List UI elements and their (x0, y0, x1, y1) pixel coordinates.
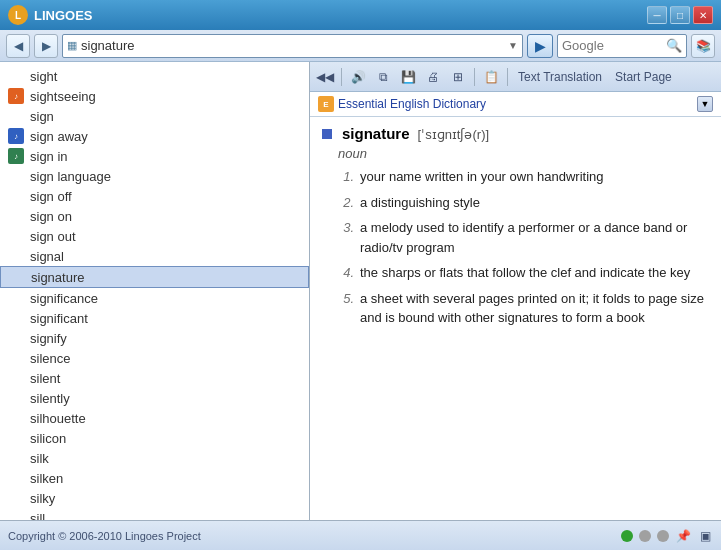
icon-placeholder (8, 470, 24, 486)
word-text: signal (30, 249, 64, 264)
clipboard-button[interactable]: 📋 (480, 66, 502, 88)
word-text: sign away (30, 129, 88, 144)
right-panel: ◀◀ 🔊 ⧉ 💾 🖨 ⊞ 📋 Text Translation Start Pa… (310, 62, 721, 520)
search-dropdown-arrow[interactable]: ▼ (508, 40, 518, 51)
word-list-item[interactable]: sill (0, 508, 309, 520)
minimize-button[interactable]: ─ (647, 6, 667, 24)
word-icon: ♪ (8, 88, 24, 104)
title-bar: L LINGOES ─ □ ✕ (0, 0, 721, 30)
pin-icon: 📌 (675, 528, 691, 544)
forward-button[interactable]: ▶ (34, 34, 58, 58)
word-list-item[interactable]: silent (0, 368, 309, 388)
word-list-item[interactable]: sign off (0, 186, 309, 206)
word-list-item[interactable]: significance (0, 288, 309, 308)
status-icons: 📌 ▣ (621, 528, 713, 544)
word-text: signature (31, 270, 84, 285)
word-text: sign on (30, 209, 72, 224)
part-of-speech: noun (338, 146, 709, 161)
definition-number: 3. (338, 218, 354, 238)
definition-text: your name written in your own handwritin… (360, 167, 604, 187)
google-search-button[interactable]: 🔍 (666, 38, 682, 53)
word-list-item[interactable]: silicon (0, 428, 309, 448)
word-text: sill (30, 511, 45, 521)
left-panel: sight♪sightseeingsign♪sign away♪sign ins… (0, 62, 310, 520)
search-bar: ▦ ▼ (62, 34, 523, 58)
back-button[interactable]: ◀ (6, 34, 30, 58)
definition-list: 1.your name written in your own handwrit… (338, 167, 709, 328)
icon-placeholder (8, 208, 24, 224)
search-bar-icon: ▦ (67, 39, 77, 52)
definition-item: 5.a sheet with several pages printed on … (338, 289, 709, 328)
definition-text: a melody used to identify a performer or… (360, 218, 709, 257)
word-list-item[interactable]: signal (0, 246, 309, 266)
word-list-item[interactable]: silk (0, 448, 309, 468)
go-button[interactable]: ▶ (527, 34, 553, 58)
text-translation-button[interactable]: Text Translation (513, 66, 607, 88)
status-dot-gray-2 (657, 530, 669, 542)
icon-placeholder (8, 430, 24, 446)
toolbar-separator-2 (474, 68, 475, 86)
copyright-text: Copyright © 2006-2010 Lingoes Project (8, 530, 201, 542)
word-list-item[interactable]: signify (0, 328, 309, 348)
google-input[interactable] (562, 38, 666, 53)
grid-button[interactable]: ⊞ (447, 66, 469, 88)
word-text: significant (30, 311, 88, 326)
word-list-item[interactable]: significant (0, 308, 309, 328)
word-list-item[interactable]: sign out (0, 226, 309, 246)
nav-back-rt-button[interactable]: ◀◀ (314, 66, 336, 88)
word-list-item[interactable]: silence (0, 348, 309, 368)
icon-placeholder (8, 290, 24, 306)
definition-item: 3.a melody used to identify a performer … (338, 218, 709, 257)
word-list-item[interactable]: silently (0, 388, 309, 408)
definition-number: 4. (338, 263, 354, 283)
word-list-item[interactable]: sign language (0, 166, 309, 186)
dictionary-button[interactable]: 📚 (691, 34, 715, 58)
word-text: silky (30, 491, 55, 506)
icon-placeholder (8, 248, 24, 264)
word-list-item[interactable]: sight (0, 66, 309, 86)
icon-placeholder (8, 490, 24, 506)
definition-item: 2.a distinguishing style (338, 193, 709, 213)
word-list-item[interactable]: silken (0, 468, 309, 488)
save-button[interactable]: 💾 (397, 66, 419, 88)
print-button[interactable]: 🖨 (422, 66, 444, 88)
dictionary-name: Essential English Dictionary (338, 97, 693, 111)
main-toolbar: ◀ ▶ ▦ ▼ ▶ 🔍 📚 (0, 30, 721, 62)
maximize-button[interactable]: □ (670, 6, 690, 24)
icon-placeholder (8, 108, 24, 124)
definition-area: signature [ˈsɪɡnɪtʃə(r)] noun 1.your nam… (310, 117, 721, 520)
word-list-item[interactable]: ♪sign in (0, 146, 309, 166)
copy-button[interactable]: ⧉ (372, 66, 394, 88)
word-list-item[interactable]: sign on (0, 206, 309, 226)
app-logo: L (8, 5, 28, 25)
word-text: signify (30, 331, 67, 346)
icon-placeholder (8, 450, 24, 466)
toolbar-separator-1 (341, 68, 342, 86)
word-list-item[interactable]: silhouette (0, 408, 309, 428)
tts-button[interactable]: 🔊 (347, 66, 369, 88)
word-list-item[interactable]: silky (0, 488, 309, 508)
word-icon: ♪ (8, 148, 24, 164)
definition-text: the sharps or flats that follow the clef… (360, 263, 690, 283)
icon-placeholder (9, 269, 25, 285)
word-list-item[interactable]: ♪sign away (0, 126, 309, 146)
word-list-item[interactable]: sign (0, 106, 309, 126)
entry-phonetic: [ˈsɪɡnɪtʃə(r)] (418, 127, 490, 142)
dictionary-dropdown-button[interactable]: ▼ (697, 96, 713, 112)
definition-text: a distinguishing style (360, 193, 480, 213)
definition-number: 5. (338, 289, 354, 309)
close-button[interactable]: ✕ (693, 6, 713, 24)
icon-placeholder (8, 410, 24, 426)
search-input[interactable] (81, 38, 504, 53)
word-list-item[interactable]: ♪sightseeing (0, 86, 309, 106)
word-list-item[interactable]: signature (0, 266, 309, 288)
start-page-button[interactable]: Start Page (610, 66, 677, 88)
word-list: sight♪sightseeingsign♪sign away♪sign ins… (0, 62, 309, 520)
word-text: sign in (30, 149, 68, 164)
word-text: silken (30, 471, 63, 486)
status-dot-green (621, 530, 633, 542)
dictionary-selector: E Essential English Dictionary ▼ (310, 92, 721, 117)
word-text: sight (30, 69, 57, 84)
app-title: LINGOES (34, 8, 641, 23)
definition-number: 1. (338, 167, 354, 187)
